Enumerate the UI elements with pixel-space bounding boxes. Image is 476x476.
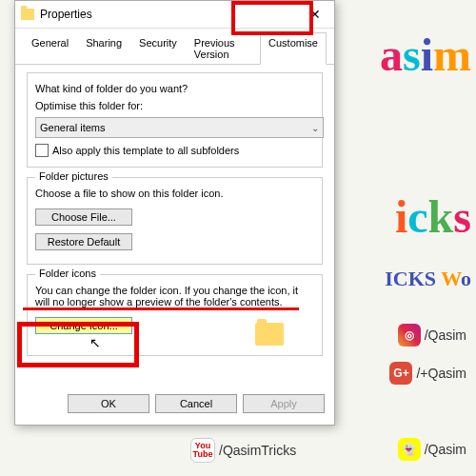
brand-text-1: asim bbox=[380, 29, 471, 81]
youtube-icon: YouTube bbox=[190, 438, 215, 463]
background-branding: asim icks ICKS Wo ◎ /Qasim G+ /+Qasim bbox=[324, 0, 476, 476]
snapchat-link[interactable]: 👻 /Qasim bbox=[398, 438, 466, 461]
apply-subfolders-label: Also apply this template to all subfolde… bbox=[52, 145, 239, 156]
tab-sharing[interactable]: Sharing bbox=[77, 32, 130, 64]
tab-security[interactable]: Security bbox=[130, 32, 186, 64]
folder-icon bbox=[21, 9, 34, 20]
folder-icons-text: You can change the folder icon. If you c… bbox=[35, 285, 314, 307]
titlebar: Properties ✕ bbox=[15, 1, 334, 29]
dialog-buttons: OK Cancel Apply bbox=[68, 390, 325, 417]
apply-button[interactable]: Apply bbox=[243, 394, 325, 413]
googleplus-link[interactable]: G+ /+Qasim bbox=[389, 362, 466, 385]
choose-file-button[interactable]: Choose File... bbox=[35, 208, 132, 226]
brand-text-3: ICKS Wo bbox=[385, 267, 471, 291]
instagram-link[interactable]: ◎ /Qasim bbox=[398, 324, 466, 347]
ok-button[interactable]: OK bbox=[68, 394, 149, 413]
tab-general[interactable]: General bbox=[23, 32, 77, 64]
instagram-icon: ◎ bbox=[398, 324, 421, 347]
apply-subfolders-row[interactable]: Also apply this template to all subfolde… bbox=[35, 144, 314, 157]
group-folder-type: What kind of folder do you want? Optimis… bbox=[27, 72, 323, 168]
folder-preview-icon bbox=[255, 323, 284, 346]
chevron-down-icon: ⌄ bbox=[311, 123, 319, 133]
tab-customise[interactable]: Customise bbox=[260, 32, 327, 65]
optimise-label: Optimise this folder for: bbox=[35, 100, 314, 111]
properties-dialog: Properties ✕ General Sharing Security Pr… bbox=[14, 0, 335, 426]
close-button[interactable]: ✕ bbox=[302, 7, 328, 22]
optimise-select[interactable]: General items ⌄ bbox=[35, 117, 324, 138]
tab-previous-versions[interactable]: Previous Version bbox=[186, 32, 260, 64]
optimise-select-value: General items bbox=[40, 122, 105, 133]
apply-subfolders-checkbox[interactable] bbox=[35, 144, 49, 157]
group-folder-pictures: Folder pictures Choose a file to show on… bbox=[27, 177, 323, 265]
folder-pictures-title: Folder pictures bbox=[35, 170, 112, 182]
snapchat-handle: /Qasim bbox=[425, 442, 466, 457]
tab-content: What kind of folder do you want? Optimis… bbox=[15, 65, 334, 373]
folder-type-question: What kind of folder do you want? bbox=[35, 83, 314, 94]
tab-strip: General Sharing Security Previous Versio… bbox=[15, 29, 334, 65]
youtube-link[interactable]: YouTube /QasimTricks bbox=[190, 438, 296, 463]
folder-icons-title: Folder icons bbox=[35, 268, 100, 279]
googleplus-handle: /+Qasim bbox=[416, 366, 466, 381]
change-icon-button[interactable]: Change Icon... bbox=[35, 317, 132, 334]
instagram-handle: /Qasim bbox=[425, 327, 466, 343]
youtube-handle: /QasimTricks bbox=[219, 443, 296, 458]
snapchat-icon: 👻 bbox=[398, 438, 421, 461]
window-title: Properties bbox=[40, 8, 302, 21]
restore-default-button[interactable]: Restore Default bbox=[35, 233, 132, 250]
brand-text-2: icks bbox=[395, 190, 471, 243]
group-folder-icons: Folder icons You can change the folder i… bbox=[27, 274, 323, 356]
folder-pictures-text: Choose a file to show on this folder ico… bbox=[35, 188, 314, 199]
cancel-button[interactable]: Cancel bbox=[155, 394, 237, 413]
googleplus-icon: G+ bbox=[389, 362, 412, 385]
